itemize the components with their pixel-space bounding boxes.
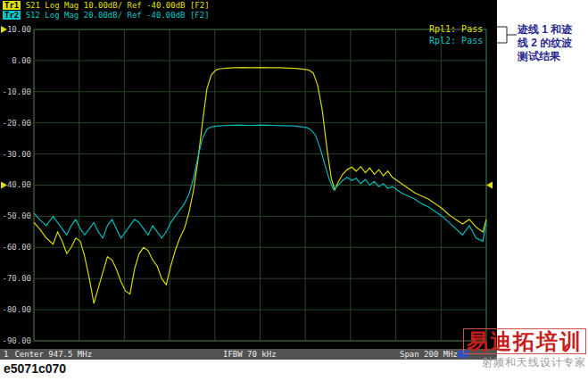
y-axis-label: -30.00 bbox=[2, 150, 31, 159]
y-axis-label: -40.00 bbox=[2, 180, 31, 189]
watermark-title: 易迪拓培训 bbox=[463, 328, 586, 354]
ripple1-pass-status: Rpl1: Pass bbox=[429, 23, 483, 35]
ripple2-pass-status: Rpl2: Pass bbox=[429, 35, 483, 46]
channel-center-frequency: 1Center 947.5 MHz bbox=[4, 350, 92, 359]
y-axis-label: -10.00 bbox=[2, 87, 31, 96]
reference-level-marker bbox=[486, 182, 493, 189]
y-axis-label: -60.00 bbox=[2, 243, 31, 252]
ripple-test-results: Rpl1: Pass Rpl2: Pass bbox=[429, 23, 483, 46]
span-readout: Span 200 MHz bbox=[400, 350, 458, 359]
y-axis: 10.00 0.00 -10.00 -20.00 -30.00 -40.00 -… bbox=[0, 0, 33, 360]
ifbw-readout: IFBW 70 kHz bbox=[223, 350, 277, 359]
watermark-subtitle: 射频和天线设计专家 bbox=[463, 355, 586, 370]
channel-number: 1 bbox=[4, 350, 8, 359]
y-axis-label: 10.00 bbox=[7, 25, 31, 34]
y-axis-label: -90.00 bbox=[2, 336, 31, 345]
annotation-line: 测试结果 bbox=[518, 50, 587, 63]
annotation-connector-line bbox=[496, 21, 518, 54]
annotation-line: 迹线 1 和迹 bbox=[518, 23, 587, 37]
status-bar: 1Center 947.5 MHz IFBW 70 kHz Span 200 M… bbox=[0, 349, 497, 360]
analyzer-screen: Tr1 S21 Log Mag 10.00dB/ Ref -40.00dB [F… bbox=[0, 0, 497, 360]
figure-caption: e5071c070 bbox=[4, 361, 66, 376]
annotation-note: 迹线 1 和迹 线 2 的纹波 测试结果 bbox=[518, 23, 587, 63]
plot-area bbox=[0, 0, 497, 360]
center-frequency: Center 947.5 MHz bbox=[14, 350, 92, 359]
annotation-line: 线 2 的纹波 bbox=[518, 37, 587, 50]
y-axis-label: 0.00 bbox=[12, 56, 31, 65]
watermark: 易迪拓培训 射频和天线设计专家 bbox=[463, 328, 586, 370]
y-axis-label: -70.00 bbox=[2, 274, 31, 283]
y-axis-label: -20.00 bbox=[2, 119, 31, 128]
y-axis-label: -80.00 bbox=[2, 305, 31, 314]
page: Tr1 S21 Log Mag 10.00dB/ Ref -40.00dB [F… bbox=[0, 0, 588, 381]
y-axis-label: -50.00 bbox=[2, 211, 31, 220]
